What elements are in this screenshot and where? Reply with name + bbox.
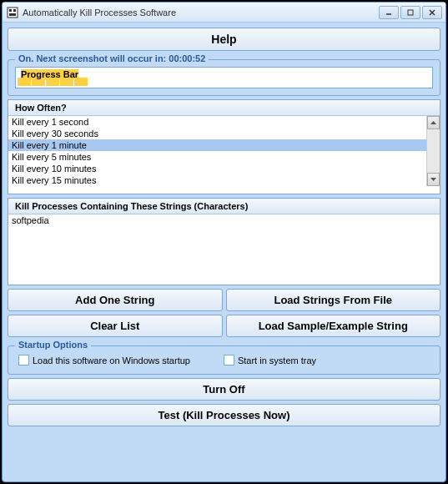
add-one-string-button[interactable]: Add One String xyxy=(8,289,223,311)
maximize-button[interactable] xyxy=(400,6,420,19)
strings-panel: Kill Processes Containing These Strings … xyxy=(8,198,440,285)
list-item[interactable]: Kill every 30 seconds xyxy=(8,128,426,139)
svg-rect-1 xyxy=(9,9,12,12)
list-item[interactable]: Kill every 10 minutes xyxy=(8,163,426,174)
window-title: Automatically Kill Processes Software xyxy=(23,8,375,18)
svg-marker-8 xyxy=(430,121,436,124)
app-icon xyxy=(6,6,19,19)
startup-row: Load this software on Windows startup St… xyxy=(15,353,433,367)
content-area: Help On. Next screenshot will occur in: … xyxy=(3,23,445,481)
status-group: On. Next screenshot will occur in: 00:00… xyxy=(8,59,440,96)
strings-list[interactable]: softpedia xyxy=(8,214,440,285)
scroll-up-button[interactable] xyxy=(427,116,440,129)
main-window: Automatically Kill Processes Software He… xyxy=(2,2,446,482)
how-often-body: Kill every 1 secondKill every 30 seconds… xyxy=(8,116,440,186)
svg-rect-3 xyxy=(9,13,16,16)
window-controls xyxy=(379,6,442,19)
how-often-panel: How Often? Kill every 1 secondKill every… xyxy=(8,99,440,194)
startup-title: Startup Options xyxy=(15,340,91,350)
checkbox-label: Load this software on Windows startup xyxy=(33,355,190,366)
clear-list-button[interactable]: Clear List xyxy=(8,315,223,337)
list-item[interactable]: Kill every 1 minute xyxy=(8,139,426,151)
scroll-down-button[interactable] xyxy=(427,173,440,186)
load-strings-file-button[interactable]: Load Strings From File xyxy=(226,289,441,311)
progress-bar: Progress Bar xyxy=(15,67,433,88)
test-button[interactable]: Test (Kill Processes Now) xyxy=(8,404,440,426)
close-button[interactable] xyxy=(422,6,442,19)
help-button[interactable]: Help xyxy=(8,28,440,51)
startup-option-tray: Start in system tray xyxy=(224,355,316,366)
svg-rect-0 xyxy=(8,8,18,18)
list-item[interactable]: Kill every 5 minutes xyxy=(8,151,426,163)
scroll-track[interactable] xyxy=(427,129,440,173)
load-sample-button[interactable]: Load Sample/Example String xyxy=(226,315,441,337)
checkbox-load-startup[interactable] xyxy=(18,355,29,366)
checkbox-label: Start in system tray xyxy=(238,355,316,366)
turn-off-button[interactable]: Turn Off xyxy=(8,378,440,401)
checkbox-system-tray[interactable] xyxy=(224,355,234,366)
startup-group: Startup Options Load this software on Wi… xyxy=(8,345,440,375)
status-title: On. Next screenshot will occur in: 00:00… xyxy=(15,53,209,63)
svg-rect-5 xyxy=(408,10,413,15)
titlebar: Automatically Kill Processes Software xyxy=(3,3,445,23)
string-item[interactable]: softpedia xyxy=(12,215,436,225)
strings-header: Kill Processes Containing These Strings … xyxy=(8,199,440,214)
how-often-list[interactable]: Kill every 1 secondKill every 30 seconds… xyxy=(8,116,426,186)
progress-label: Progress Bar xyxy=(21,69,78,79)
scrollbar xyxy=(426,116,440,186)
how-often-header: How Often? xyxy=(8,100,440,116)
startup-option-load: Load this software on Windows startup xyxy=(18,355,190,366)
list-item[interactable]: Kill every 1 second xyxy=(8,116,426,128)
minimize-button[interactable] xyxy=(379,6,399,19)
list-item[interactable]: Kill every 15 minutes xyxy=(8,174,426,186)
button-grid: Add One String Load Strings From File Cl… xyxy=(8,289,440,337)
svg-rect-2 xyxy=(13,9,16,12)
svg-marker-9 xyxy=(430,178,436,181)
